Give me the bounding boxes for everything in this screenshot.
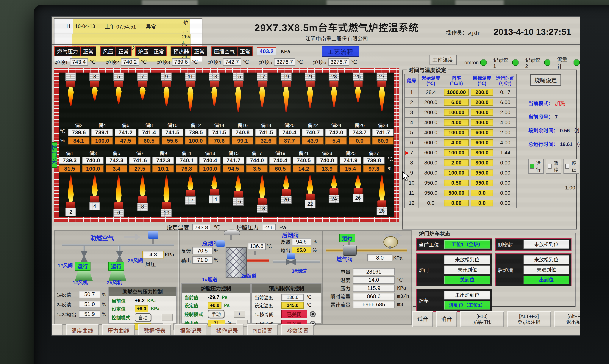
tab-button[interactable]: 压力曲线 (102, 324, 135, 336)
door-panel-title: 炉门炉车状态 (417, 230, 452, 237)
target-temp-value[interactable]: 200.0 (471, 89, 493, 96)
burner-top: 19 (276, 73, 296, 112)
rate-value[interactable]: 100.00 (444, 149, 469, 156)
target-temp-cell: 400.0 (470, 117, 494, 128)
burner-bottom: 26 (348, 175, 368, 217)
tc-label: 偶24 (325, 121, 347, 128)
process-flow-button[interactable]: 工艺流程 (322, 46, 359, 57)
rate-value[interactable]: 4.00 (444, 119, 469, 126)
remain-unit: （小时） (571, 128, 580, 133)
target-temp-value[interactable]: 0.0 (471, 190, 493, 196)
target-temp-value[interactable]: 800.0 (471, 149, 493, 156)
button-line: [F10] (476, 313, 487, 319)
rate-value[interactable]: 100.00 (444, 129, 469, 136)
rate-value[interactable]: 2.00 (444, 159, 469, 166)
run-button[interactable]: 运行 (528, 159, 544, 174)
air-valve-1-icon[interactable] (81, 251, 88, 262)
system-button[interactable]: [ALT+F2]登录&注销 (507, 311, 551, 327)
target-temp-value[interactable]: 600.0 (471, 129, 493, 136)
burner-number: 11 (185, 73, 196, 81)
status-badge: 风压正常 (100, 46, 132, 56)
burner-number: 5 (113, 73, 124, 81)
tc-label: 偶9 (152, 149, 174, 156)
burner-setting-button[interactable]: 烧嘴设定 (530, 74, 561, 86)
burner-number: 28 (377, 207, 387, 215)
target-temp-value[interactable]: 600.0 (471, 139, 493, 146)
gas-reading-value: 6966.685 (353, 301, 395, 308)
plus-button[interactable]: + (234, 310, 245, 318)
furnace-top-unit: ℃ (141, 59, 147, 65)
target-temp-value[interactable]: 950.0 (471, 180, 493, 186)
target-temp-value[interactable]: 0.0 (471, 200, 493, 207)
burner-number: 8 (137, 203, 148, 211)
system-button[interactable]: 消音 (436, 311, 457, 327)
rate-value[interactable]: 100.00 (444, 169, 469, 176)
rate-value[interactable]: 0.50 (444, 180, 469, 186)
burner-bottom: 4 (84, 175, 105, 217)
set-value[interactable]: +6.0 (135, 305, 148, 312)
burner-number: 1 (65, 73, 76, 81)
burner-bottom: 24 (324, 175, 344, 217)
tc-temp-value: 740.4 (278, 129, 300, 136)
system-button[interactable]: [F10]屏幕打印 (460, 311, 504, 327)
furnace-top-label: 炉顶2 (106, 58, 119, 66)
tc-label: 偶16 (232, 121, 253, 128)
target-temp-value[interactable]: 950.0 (471, 169, 493, 176)
tab-button[interactable]: PID设置 (247, 324, 278, 336)
system-button[interactable]: [Alt+F4]退出系统 (554, 311, 580, 327)
status-box: 未放松到位 (524, 240, 569, 249)
control-button[interactable]: 暂停 (546, 159, 561, 174)
start-temp-cell: 600.0 (419, 148, 443, 158)
run-time-cell: 0.00 (494, 168, 516, 178)
tc-cell: 偶1739.381.5 (59, 149, 80, 172)
target-temp-value[interactable]: 800.0 (471, 159, 493, 166)
target-temp-value[interactable]: 400.0 (471, 119, 493, 126)
system-button[interactable]: 试音 (412, 311, 433, 327)
rate-value[interactable]: 100.00 (444, 109, 469, 116)
rate-value[interactable]: 6.00 (444, 99, 469, 106)
gas-valve-state: 运行 (339, 234, 355, 242)
set-value[interactable]: +0.0 (208, 302, 222, 309)
rate-value[interactable]: 1000.00 (444, 89, 469, 96)
tc-cell: 偶26743.70.0 (349, 121, 370, 144)
eye-icon[interactable] (310, 311, 316, 317)
mode-button[interactable]: 手动 (208, 310, 224, 318)
burner-number: 18 (257, 205, 267, 213)
tab-button[interactable]: 参数设置 (281, 324, 314, 336)
tc-cell: 偶10741.555.6 (162, 121, 183, 144)
status-badge: 燃气压力正常 (54, 46, 96, 56)
workpiece-temp-button[interactable]: 工件温度 (429, 55, 457, 65)
control-button[interactable]: 停止 (563, 159, 579, 174)
button-state-icon (530, 164, 534, 169)
table-row: 10950.00.50950.00.00 (405, 178, 516, 188)
target-temp-cell: 800.0 (470, 148, 494, 158)
set-temp-value[interactable]: 245.0 (281, 302, 304, 309)
rate-value[interactable]: 500.00 (444, 190, 469, 196)
alarm-source: 炉压 (183, 19, 190, 34)
rate-cell: 4.00 (443, 117, 470, 128)
target-temp-value[interactable]: 400.0 (471, 109, 493, 116)
alarm-row[interactable]: 1110-04-13上午 07:54:51异常炉压 (54, 19, 202, 34)
tab-button[interactable]: 操作记录 (211, 324, 243, 336)
plus-button[interactable]: + (161, 314, 173, 321)
tab-button[interactable]: 数据报表 (138, 324, 171, 336)
rate-value[interactable]: 0.00 (444, 200, 469, 207)
button-label: 运行 (535, 160, 542, 173)
rate-value[interactable]: 4.00 (444, 139, 469, 146)
rear-out-unit: % (313, 247, 317, 253)
tc-units: ℃% (386, 156, 394, 172)
tc-output-percent: 43.9 (302, 137, 324, 144)
rear-fb-unit: % (313, 239, 317, 245)
mode-button[interactable]: 自动 (135, 313, 151, 322)
door-status-group: 当前工位工位1（全炉） (416, 238, 492, 251)
tab-partial[interactable] (52, 324, 63, 336)
tab-button[interactable]: 温度曲线 (66, 324, 99, 336)
tab-button[interactable]: 报警记录 (174, 324, 207, 336)
burner-number: 25 (353, 73, 363, 81)
air-valve-2-icon[interactable] (116, 251, 123, 262)
gas-reading-row: 压力115.9KPa (323, 284, 411, 292)
gas-valve-icon[interactable] (343, 245, 357, 256)
rear-valve-icon[interactable] (286, 259, 296, 265)
target-temp-value[interactable]: 200.0 (471, 99, 493, 106)
status-badge: 压缩空气正常 (211, 46, 253, 56)
